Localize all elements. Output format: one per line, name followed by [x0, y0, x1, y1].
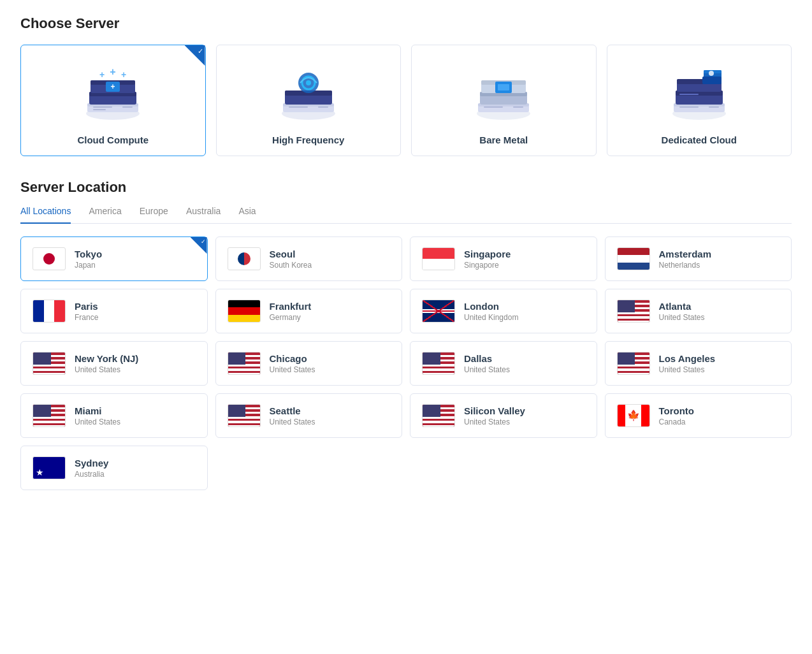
- bare-metal-icon: [465, 61, 542, 124]
- city-name: Frankfurt: [270, 301, 312, 312]
- location-info-paris: Paris France: [75, 301, 98, 322]
- location-new-york[interactable]: New York (NJ) United States: [20, 341, 208, 386]
- location-tabs: All Locations America Europe Australia A…: [20, 206, 792, 224]
- location-section: Server Location All Locations America Eu…: [20, 179, 792, 490]
- city-name: Atlanta: [659, 301, 705, 312]
- city-name: Seoul: [270, 249, 312, 259]
- city-name: Tokyo: [75, 249, 102, 259]
- flag-japan: [33, 247, 66, 270]
- location-london[interactable]: London United Kingdom: [410, 289, 597, 333]
- location-info-seoul: Seoul South Korea: [270, 249, 312, 270]
- flag-canada: 🍁: [617, 404, 650, 427]
- high-frequency-label: High Frequency: [272, 134, 344, 145]
- country-name: Singapore: [464, 261, 511, 270]
- location-info-los-angeles: Los Angeles United States: [659, 353, 716, 374]
- location-info-london: London United Kingdom: [464, 301, 518, 322]
- location-seattle[interactable]: Seattle United States: [215, 393, 403, 438]
- location-seoul[interactable]: Seoul South Korea: [215, 236, 403, 281]
- city-name: New York (NJ): [75, 353, 138, 364]
- location-info-amsterdam: Amsterdam Netherlands: [659, 249, 712, 270]
- svg-rect-24: [318, 106, 328, 108]
- location-amsterdam[interactable]: Amsterdam Netherlands: [605, 236, 792, 281]
- svg-rect-35: [513, 106, 523, 108]
- location-info-new-york: New York (NJ) United States: [75, 353, 138, 374]
- flag-usa-chicago: [228, 352, 261, 375]
- flag-usa-siliconvalley: [422, 404, 455, 427]
- location-toronto[interactable]: 🍁 Toronto Canada: [605, 393, 792, 438]
- city-name: Seattle: [270, 405, 315, 416]
- city-name: Dallas: [464, 353, 510, 364]
- city-name: London: [464, 301, 518, 312]
- country-name: United States: [659, 313, 705, 322]
- flag-usa-atlanta: [617, 300, 650, 323]
- server-type-bare-metal[interactable]: Bare Metal: [411, 45, 597, 156]
- country-name: United States: [270, 418, 315, 426]
- city-name: Miami: [75, 405, 120, 416]
- location-tokyo[interactable]: Tokyo Japan: [20, 236, 208, 281]
- country-name: United Kingdom: [464, 313, 518, 322]
- flag-usa-newyork: [33, 352, 66, 375]
- location-info-chicago: Chicago United States: [270, 353, 315, 374]
- tab-all-locations[interactable]: All Locations: [20, 206, 71, 224]
- server-type-cloud-compute[interactable]: + + + + Cloud Compute: [20, 45, 206, 156]
- location-info-singapore: Singapore Singapore: [464, 249, 511, 270]
- flag-usa-dallas: [422, 352, 455, 375]
- country-name: United States: [270, 365, 315, 374]
- flag-singapore: [422, 247, 455, 270]
- flag-netherlands: [617, 247, 650, 270]
- svg-text:+: +: [99, 69, 105, 80]
- location-los-angeles[interactable]: Los Angeles United States: [605, 341, 792, 386]
- server-type-dedicated-cloud[interactable]: Dedicated Cloud: [607, 45, 792, 156]
- location-selected-check: [191, 237, 207, 254]
- location-frankfurt[interactable]: Frankfurt Germany: [215, 289, 403, 333]
- cloud-compute-icon: + + + +: [75, 61, 151, 124]
- country-name: Japan: [75, 261, 102, 270]
- country-name: Australia: [75, 470, 108, 479]
- location-info-dallas: Dallas United States: [464, 353, 510, 374]
- country-name: United States: [659, 365, 716, 374]
- bare-metal-label: Bare Metal: [479, 134, 528, 145]
- tab-australia[interactable]: Australia: [186, 206, 221, 224]
- flag-usa-miami: [33, 404, 66, 427]
- location-chicago[interactable]: Chicago United States: [215, 341, 403, 386]
- dedicated-cloud-icon: [661, 61, 737, 124]
- location-sydney[interactable]: Sydney Australia: [20, 446, 208, 490]
- svg-text:+: +: [110, 66, 116, 77]
- svg-text:+: +: [111, 82, 115, 91]
- flag-uk: [422, 300, 455, 323]
- svg-rect-34: [484, 106, 503, 108]
- flag-usa-seattle: [228, 404, 261, 427]
- svg-text:+: +: [121, 69, 126, 80]
- location-atlanta[interactable]: Atlanta United States: [605, 289, 792, 333]
- server-type-grid: + + + + Cloud Compute: [20, 45, 792, 156]
- location-info-seattle: Seattle United States: [270, 405, 315, 426]
- tab-asia[interactable]: Asia: [238, 206, 256, 224]
- flag-france: [33, 300, 66, 323]
- location-dallas[interactable]: Dallas United States: [410, 341, 597, 386]
- svg-point-22: [306, 80, 311, 85]
- location-paris[interactable]: Paris France: [20, 289, 208, 333]
- tab-america[interactable]: America: [89, 206, 121, 224]
- flag-germany: [228, 300, 261, 323]
- country-name: Netherlands: [659, 261, 712, 270]
- location-singapore[interactable]: Singapore Singapore: [410, 236, 597, 281]
- svg-rect-12: [93, 106, 112, 108]
- location-miami[interactable]: Miami United States: [20, 393, 208, 438]
- svg-rect-33: [498, 84, 509, 91]
- country-name: United States: [75, 365, 138, 374]
- location-info-silicon-valley: Silicon Valley United States: [464, 405, 525, 426]
- location-grid: Tokyo Japan Seoul South Korea Singapore …: [20, 236, 792, 490]
- city-name: Paris: [75, 301, 98, 312]
- location-info-miami: Miami United States: [75, 405, 120, 426]
- svg-point-46: [709, 71, 714, 76]
- page-title: Choose Server: [20, 15, 792, 32]
- tab-europe[interactable]: Europe: [140, 206, 168, 224]
- flag-usa-losangeles: [617, 352, 650, 375]
- svg-rect-47: [679, 94, 699, 95]
- location-info-toronto: Toronto Canada: [659, 405, 695, 426]
- server-type-high-frequency[interactable]: High Frequency: [216, 45, 402, 156]
- cloud-compute-label: Cloud Compute: [77, 134, 149, 145]
- city-name: Toronto: [659, 405, 695, 416]
- location-silicon-valley[interactable]: Silicon Valley United States: [410, 393, 597, 438]
- high-frequency-icon: [270, 61, 347, 124]
